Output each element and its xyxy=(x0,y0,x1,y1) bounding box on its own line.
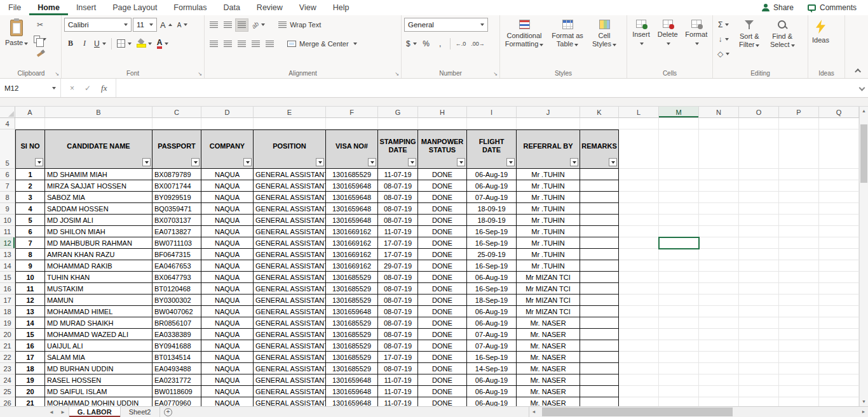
cell-C13[interactable]: BF0647315 xyxy=(153,249,201,260)
table-header-cell-A[interactable]: SI NO xyxy=(15,129,45,169)
filter-button-K[interactable] xyxy=(609,158,617,166)
row-header-10[interactable]: 10 xyxy=(0,215,15,226)
fill-button[interactable]: ↓ xyxy=(715,32,731,46)
cell-C7[interactable]: BX0071744 xyxy=(153,180,201,192)
cell-M21[interactable] xyxy=(659,340,699,352)
cell-N14[interactable] xyxy=(699,260,739,272)
cell-P17[interactable] xyxy=(779,295,819,306)
cell-O6[interactable] xyxy=(739,169,779,180)
cell-M8[interactable] xyxy=(659,192,699,203)
cell-N21[interactable] xyxy=(699,340,739,352)
cell-M25[interactable] xyxy=(659,386,699,397)
font-name-select[interactable]: Calibri xyxy=(64,18,132,32)
cell-Q23[interactable] xyxy=(819,363,859,374)
cell-M22[interactable] xyxy=(659,352,699,363)
cell-J6[interactable]: Mr .TUHIN xyxy=(517,169,580,180)
cell-B23[interactable]: MD BURHAN UDDIN xyxy=(45,363,153,374)
cell-M15[interactable] xyxy=(659,272,699,283)
cell-O14[interactable] xyxy=(739,260,779,272)
cell-G19[interactable]: 08-07-19 xyxy=(378,317,418,329)
cell-C26[interactable]: EA0770960 xyxy=(153,397,201,406)
cell-K11[interactable] xyxy=(580,226,619,237)
cell-L4[interactable] xyxy=(619,118,659,129)
column-header-E[interactable]: E xyxy=(254,107,326,118)
cell-M11[interactable] xyxy=(659,226,699,237)
row-header-5[interactable]: 5 xyxy=(0,129,15,169)
cell-F20[interactable]: 1301685529 xyxy=(326,329,378,340)
cell-E15[interactable]: GENERAL ASSISTANT xyxy=(254,272,326,283)
cell-B22[interactable]: SALAM MIA xyxy=(45,352,153,363)
number-dialog-launcher[interactable]: ↘ xyxy=(493,71,498,77)
horizontal-scrollbar[interactable]: ◄ ► xyxy=(529,407,868,417)
find-select-button[interactable]: Find & Select xyxy=(767,18,797,66)
cell-I7[interactable]: 06-Aug-19 xyxy=(467,180,517,192)
cell-I17[interactable]: 18-Sep-19 xyxy=(467,295,517,306)
column-header-G[interactable]: G xyxy=(378,107,418,118)
number-format-select[interactable]: General xyxy=(404,18,488,32)
cell-K13[interactable] xyxy=(580,249,619,260)
cell-F23[interactable]: 1301685529 xyxy=(326,363,378,374)
cell-G20[interactable]: 08-07-19 xyxy=(378,329,418,340)
ribbon-tab-file[interactable]: File xyxy=(0,0,29,15)
cell-D16[interactable]: NAQUA xyxy=(201,283,254,295)
cell-D22[interactable]: NAQUA xyxy=(201,352,254,363)
cell-G18[interactable]: 08-07-19 xyxy=(378,306,418,317)
filter-button-H[interactable] xyxy=(457,158,465,166)
cell-P15[interactable] xyxy=(779,272,819,283)
cell-F9[interactable]: 1301659648 xyxy=(326,203,378,215)
cell-B14[interactable]: MOHAMMAD RAKIB xyxy=(45,260,153,272)
cell-K8[interactable] xyxy=(580,192,619,203)
cell-P6[interactable] xyxy=(779,169,819,180)
cell-D14[interactable]: NAQUA xyxy=(201,260,254,272)
cell-E9[interactable]: GENERAL ASSISTANT xyxy=(254,203,326,215)
cell-J14[interactable]: Mr .TUHIN xyxy=(517,260,580,272)
cell-P22[interactable] xyxy=(779,352,819,363)
font-color-button[interactable]: A xyxy=(155,37,171,50)
cell-L7[interactable] xyxy=(619,180,659,192)
cell-Q18[interactable] xyxy=(819,306,859,317)
cell-J22[interactable]: Mr. NASER xyxy=(517,352,580,363)
cell-C15[interactable]: BX0647793 xyxy=(153,272,201,283)
cell-E13[interactable]: GENERAL ASSISTANT xyxy=(254,249,326,260)
column-header-F[interactable]: F xyxy=(326,107,378,118)
cell-J19[interactable]: Mr. NASER xyxy=(517,317,580,329)
bottom-align-button[interactable] xyxy=(235,18,248,32)
cell-C22[interactable]: BT0134514 xyxy=(153,352,201,363)
cell-I22[interactable]: 16-Sep-19 xyxy=(467,352,517,363)
cell-G14[interactable]: 29-07-19 xyxy=(378,260,418,272)
cell-Q20[interactable] xyxy=(819,329,859,340)
cell-I12[interactable]: 16-Sep-19 xyxy=(467,237,517,249)
cell-K9[interactable] xyxy=(580,203,619,215)
cell-I26[interactable]: 06-Aug-19 xyxy=(467,397,517,406)
table-header-cell-E[interactable]: POSITION xyxy=(254,129,326,169)
cell-B10[interactable]: MD JOSIM ALI xyxy=(45,215,153,226)
cell-L22[interactable] xyxy=(619,352,659,363)
cell-H23[interactable]: DONE xyxy=(418,363,467,374)
cell-O21[interactable] xyxy=(739,340,779,352)
clear-button[interactable]: ◇ xyxy=(715,47,731,60)
column-header-C[interactable]: C xyxy=(153,107,201,118)
cell-Q5[interactable] xyxy=(819,129,859,169)
cell-L6[interactable] xyxy=(619,169,659,180)
cell-F25[interactable]: 1301659648 xyxy=(326,386,378,397)
cell-G10[interactable]: 08-07-19 xyxy=(378,215,418,226)
cell-H13[interactable]: DONE xyxy=(418,249,467,260)
column-header-L[interactable]: L xyxy=(619,107,659,118)
cell-O18[interactable] xyxy=(739,306,779,317)
cell-M7[interactable] xyxy=(659,180,699,192)
cell-L11[interactable] xyxy=(619,226,659,237)
cell-B16[interactable]: MUSTAKIM xyxy=(45,283,153,295)
cell-B4[interactable] xyxy=(45,118,153,129)
cell-O16[interactable] xyxy=(739,283,779,295)
cell-I6[interactable]: 06-Aug-19 xyxy=(467,169,517,180)
cell-D18[interactable]: NAQUA xyxy=(201,306,254,317)
cell-N17[interactable] xyxy=(699,295,739,306)
cell-Q25[interactable] xyxy=(819,386,859,397)
cell-E10[interactable]: GENERAL ASSISTANT xyxy=(254,215,326,226)
cell-K22[interactable] xyxy=(580,352,619,363)
cell-I25[interactable]: 06-Aug-19 xyxy=(467,386,517,397)
sort-filter-button[interactable]: Sort & Filter xyxy=(734,18,764,66)
cell-F18[interactable]: 1301659648 xyxy=(326,306,378,317)
cell-M4[interactable] xyxy=(659,118,699,129)
row-header-8[interactable]: 8 xyxy=(0,192,15,203)
